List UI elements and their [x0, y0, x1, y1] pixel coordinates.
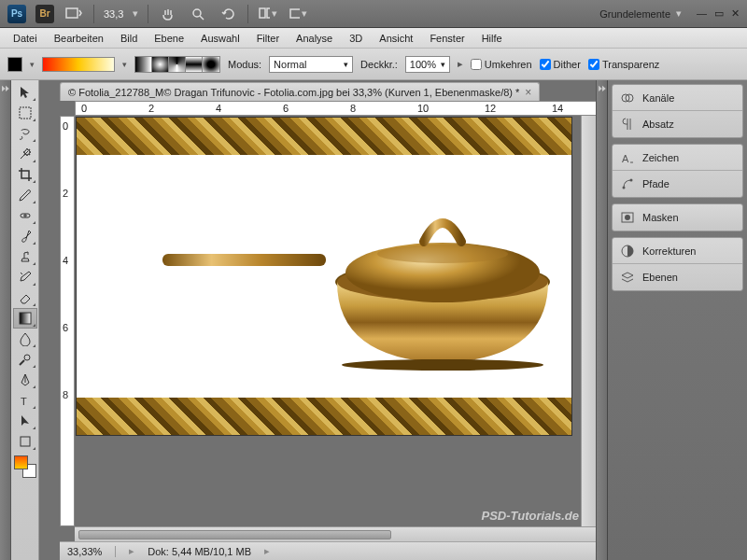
- menu-bar: Datei Bearbeiten Bild Ebene Auswahl Filt…: [0, 28, 747, 49]
- ruler-horizontal[interactable]: 0 2 4 6 8 10 12 14: [75, 101, 596, 116]
- history-brush-tool[interactable]: [13, 267, 37, 287]
- zoom-level-label[interactable]: 33,3: [104, 8, 123, 20]
- status-zoom[interactable]: 33,33%: [67, 546, 116, 557]
- panel-tab-masken[interactable]: Masken: [613, 204, 742, 231]
- gradient-type-selector[interactable]: [134, 56, 220, 73]
- panel-tab-kanaele[interactable]: Kanäle: [613, 85, 742, 111]
- marquee-tool[interactable]: [13, 103, 37, 123]
- arrange-docs-dropdown[interactable]: ▾: [258, 4, 278, 24]
- panel-tab-ebenen[interactable]: Ebenen: [613, 264, 742, 290]
- eraser-tool[interactable]: [13, 287, 37, 308]
- shape-tool[interactable]: [13, 431, 37, 452]
- svg-point-1: [193, 9, 201, 17]
- lasso-tool[interactable]: [13, 123, 37, 144]
- menu-ebene[interactable]: Ebene: [147, 31, 191, 46]
- clone-stamp-tool[interactable]: [13, 246, 37, 267]
- menu-analyse[interactable]: Analyse: [289, 31, 340, 46]
- golden-pot-image: [162, 172, 555, 386]
- transparenz-checkbox[interactable]: Transparenz: [588, 59, 659, 70]
- toolbox-collapse-strip[interactable]: ▶▶: [0, 80, 11, 560]
- close-icon[interactable]: ×: [525, 86, 531, 99]
- separator: [93, 5, 94, 23]
- foreground-swatch[interactable]: [7, 57, 22, 72]
- body-area: ▶▶ T © Fotolia_212788_M© Dragan Trifunov…: [0, 80, 747, 560]
- canvas[interactable]: [77, 118, 571, 435]
- crop-tool[interactable]: [13, 164, 37, 185]
- ornate-border-bottom: [77, 398, 571, 435]
- angle-gradient-icon[interactable]: [169, 57, 186, 72]
- svg-text:T: T: [21, 396, 27, 407]
- svg-rect-5: [20, 107, 31, 119]
- dither-checkbox[interactable]: Dither: [540, 59, 581, 70]
- panel-tab-korrekturen[interactable]: Korrekturen: [613, 238, 742, 264]
- svg-rect-11: [162, 254, 326, 266]
- menu-fenster[interactable]: Fenster: [422, 31, 472, 46]
- panel-tab-zeichen[interactable]: AZeichen: [613, 145, 742, 171]
- minimize-icon[interactable]: —: [697, 7, 707, 20]
- chevron-down-icon[interactable]: ▾: [30, 60, 35, 69]
- pen-tool[interactable]: [13, 370, 37, 390]
- chevron-down-icon[interactable]: ▾: [122, 60, 127, 69]
- magic-wand-tool[interactable]: [13, 144, 37, 164]
- zoom-tool-icon[interactable]: [188, 4, 208, 24]
- ruler-vertical[interactable]: 0 2 4 6 8: [60, 116, 75, 526]
- workspace-switcher[interactable]: Grundelemente: [599, 8, 670, 20]
- blur-tool[interactable]: [13, 329, 37, 349]
- image-content: [77, 155, 571, 398]
- view-options-dropdown[interactable]: [63, 4, 84, 24]
- menu-bild[interactable]: Bild: [113, 31, 145, 46]
- rotate-view-icon[interactable]: [218, 4, 238, 24]
- radial-gradient-icon[interactable]: [152, 57, 169, 72]
- dodge-tool[interactable]: [13, 349, 37, 370]
- close-icon[interactable]: ✕: [731, 7, 740, 20]
- status-flyout-icon[interactable]: ▸: [129, 545, 134, 557]
- brush-tool[interactable]: [13, 226, 37, 246]
- umkehren-checkbox[interactable]: Umkehren: [471, 59, 532, 70]
- hand-tool-icon[interactable]: [158, 4, 178, 24]
- menu-filter[interactable]: Filter: [249, 31, 287, 46]
- panel-tab-absatz[interactable]: Absatz: [613, 111, 742, 137]
- deckkr-input[interactable]: 100%: [405, 56, 450, 73]
- chevron-down-icon[interactable]: ▾: [133, 7, 138, 20]
- diamond-gradient-icon[interactable]: [203, 57, 219, 72]
- svg-rect-0: [66, 8, 78, 18]
- status-bar: 33,33% ▸ Dok: 5,44 MB/10,1 MB ▸: [60, 541, 596, 560]
- svg-rect-7: [20, 313, 31, 324]
- healing-brush-tool[interactable]: [13, 205, 37, 226]
- linear-gradient-icon[interactable]: [135, 57, 152, 72]
- scrollbar-vertical[interactable]: [581, 116, 596, 526]
- panel-group: AZeichen Pfade: [612, 144, 743, 198]
- path-selection-tool[interactable]: [13, 411, 37, 431]
- bridge-icon[interactable]: Br: [35, 5, 54, 23]
- foreground-color-swatch[interactable]: [14, 455, 28, 469]
- menu-datei[interactable]: Datei: [6, 31, 45, 46]
- panel-group: Masken: [612, 203, 743, 231]
- document-tab[interactable]: © Fotolia_212788_M© Dragan Trifunovic - …: [60, 82, 540, 101]
- gradient-picker[interactable]: [42, 57, 115, 72]
- maximize-icon[interactable]: ▭: [714, 7, 724, 20]
- modus-select[interactable]: Normal: [269, 56, 353, 73]
- opacity-flyout-icon[interactable]: ▸: [458, 58, 463, 70]
- menu-auswahl[interactable]: Auswahl: [193, 31, 247, 46]
- panel-tab-pfade[interactable]: Pfade: [613, 171, 742, 197]
- svg-text:A: A: [622, 153, 629, 164]
- scrollbar-horizontal[interactable]: [75, 526, 596, 541]
- screen-mode-dropdown[interactable]: ▾: [288, 4, 308, 24]
- chevron-down-icon[interactable]: ▾: [676, 7, 682, 20]
- eyedropper-tool[interactable]: [13, 185, 37, 205]
- photoshop-icon[interactable]: Ps: [7, 5, 26, 23]
- status-flyout-icon[interactable]: ▸: [264, 545, 270, 557]
- menu-hilfe[interactable]: Hilfe: [474, 31, 510, 46]
- canvas-viewport[interactable]: PSD-Tutorials.de: [75, 116, 596, 526]
- move-tool[interactable]: [13, 82, 37, 103]
- gradient-tool[interactable]: [13, 308, 37, 329]
- menu-bearbeiten[interactable]: Bearbeiten: [47, 31, 111, 46]
- reflected-gradient-icon[interactable]: [186, 57, 203, 72]
- menu-ansicht[interactable]: Ansicht: [372, 31, 420, 46]
- color-picker[interactable]: [14, 455, 36, 478]
- options-bar: ▾ ▾ Modus: Normal Deckkr.: 100% ▸ Umkehr…: [0, 49, 747, 80]
- type-tool[interactable]: T: [13, 390, 37, 411]
- menu-3d[interactable]: 3D: [342, 31, 370, 46]
- watermark: PSD-Tutorials.de: [481, 509, 579, 523]
- panels-collapse-strip[interactable]: ▶▶: [596, 80, 607, 560]
